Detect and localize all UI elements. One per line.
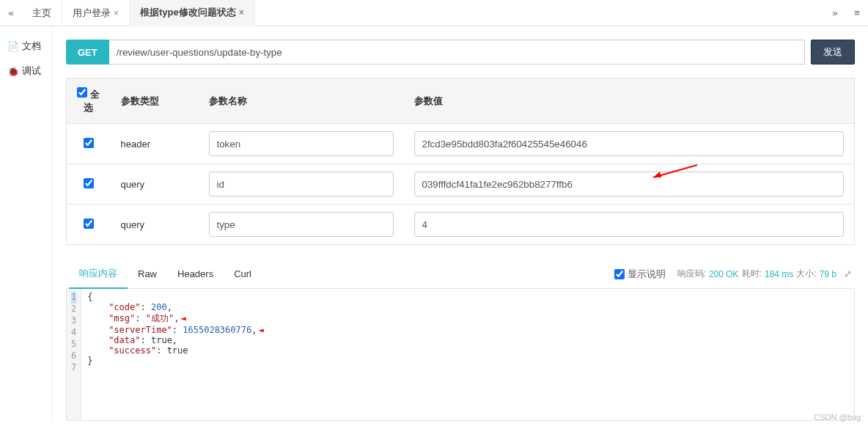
param-name-input[interactable] xyxy=(209,131,394,156)
param-name-input[interactable] xyxy=(209,172,394,197)
tab-response-raw[interactable]: Raw xyxy=(128,261,167,287)
col-param-name: 参数名称 xyxy=(199,78,404,124)
request-url-bar: GET 发送 xyxy=(66,40,855,65)
close-icon[interactable]: × xyxy=(239,7,244,18)
document-icon: 📄 xyxy=(7,41,19,52)
response-tab-bar: 响应内容 Raw Headers Curl 显示说明 响应码:200 OK 耗时… xyxy=(66,260,855,289)
top-tab-bar: « 主页 用户登录× 根据type修改问题状态× » ≡ xyxy=(0,0,868,26)
sidebar: 📄文档 🐞调试 xyxy=(0,26,53,421)
param-value-input[interactable] xyxy=(414,212,845,237)
url-input[interactable] xyxy=(109,40,805,65)
response-meta: 响应码:200 OK 耗时:184 ms 大小:79 b ⤢ xyxy=(677,268,852,280)
select-all-checkbox[interactable] xyxy=(77,87,87,98)
tab-login[interactable]: 用户登录× xyxy=(62,0,130,26)
row-checkbox[interactable] xyxy=(84,218,94,229)
tabs-scroll-left[interactable]: « xyxy=(0,7,22,18)
bug-icon: 🐞 xyxy=(7,66,19,77)
sidebar-item-debug[interactable]: 🐞调试 xyxy=(0,59,52,84)
watermark: CSDN @bug xyxy=(814,413,861,421)
table-row: query xyxy=(67,205,855,245)
param-type-cell: header xyxy=(111,124,199,164)
col-param-type: 参数类型 xyxy=(111,78,199,124)
tab-response-content[interactable]: 响应内容 xyxy=(69,260,128,289)
param-value-input[interactable] xyxy=(414,131,845,156)
param-type-cell: query xyxy=(111,164,199,205)
tab-home[interactable]: 主页 xyxy=(22,0,62,26)
show-description-checkbox[interactable] xyxy=(614,269,625,279)
col-param-value: 参数值 xyxy=(404,78,855,124)
http-method[interactable]: GET xyxy=(66,40,109,65)
line-gutter: 1234567 xyxy=(67,289,81,420)
tab-response-headers[interactable]: Headers xyxy=(167,261,224,287)
tabs-scroll-right[interactable]: » xyxy=(824,7,846,18)
row-checkbox[interactable] xyxy=(84,178,94,188)
response-json[interactable]: { "code": 200, "msg": "成功",◄ "serverTime… xyxy=(81,289,269,420)
table-row: header xyxy=(67,124,855,164)
main-panel: GET 发送 全选 参数类型 参数名称 参数值 header xyxy=(53,26,868,421)
param-name-input[interactable] xyxy=(209,212,394,237)
expand-icon[interactable]: ⤢ xyxy=(844,268,852,279)
row-checkbox[interactable] xyxy=(84,138,94,148)
tab-response-curl[interactable]: Curl xyxy=(224,261,262,287)
response-body: 1234567 { "code": 200, "msg": "成功",◄ "se… xyxy=(66,289,855,421)
param-type-cell: query xyxy=(111,205,199,245)
sidebar-item-doc[interactable]: 📄文档 xyxy=(0,34,52,59)
table-row: query xyxy=(67,164,855,205)
send-button[interactable]: 发送 xyxy=(811,40,855,65)
tab-current[interactable]: 根据type修改问题状态× xyxy=(130,0,255,26)
show-description-toggle[interactable]: 显示说明 xyxy=(614,268,666,281)
params-table: 全选 参数类型 参数名称 参数值 header query xyxy=(66,78,855,245)
close-icon[interactable]: × xyxy=(114,8,119,18)
tabs-menu[interactable]: ≡ xyxy=(846,7,868,18)
param-value-input[interactable] xyxy=(414,172,845,197)
